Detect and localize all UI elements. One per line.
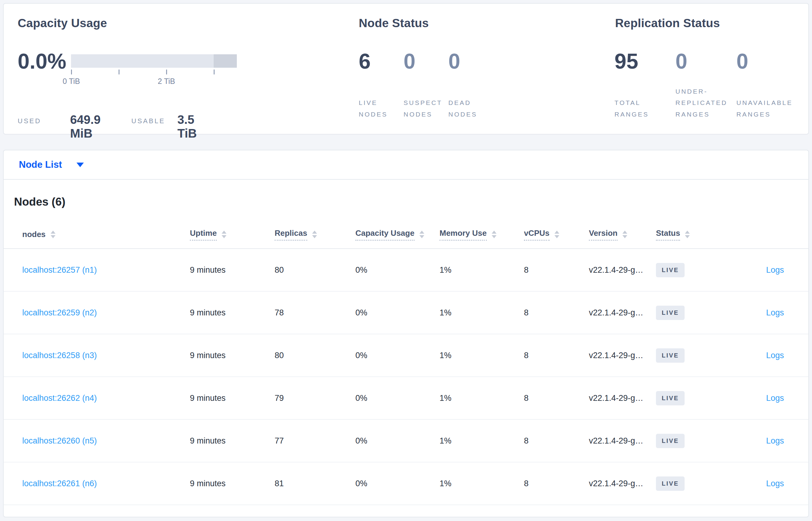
replication-status-title: Replication Status xyxy=(615,17,720,30)
table-row: localhost:26257 (n1) 9 minutes 80 0% 1% … xyxy=(4,249,808,291)
column-header-memory-use[interactable]: Memory Use xyxy=(439,221,524,249)
memory-cell: 1% xyxy=(439,377,524,420)
vcpus-cell: 8 xyxy=(524,462,589,505)
under-replicated-ranges-value: 0 xyxy=(675,51,736,72)
chevron-down-icon xyxy=(76,163,84,167)
suspect-nodes-stat: 0 SUSPECT NODES xyxy=(404,51,448,120)
capacity-cell: 0% xyxy=(355,462,439,505)
column-header-status[interactable]: Status xyxy=(656,221,741,249)
logs-link[interactable]: Logs xyxy=(766,436,784,445)
used-value: 649.9 MiB xyxy=(70,113,101,140)
status-badge: LIVE xyxy=(656,391,685,405)
memory-cell: 1% xyxy=(439,249,524,291)
column-header-version[interactable]: Version xyxy=(589,221,656,249)
node-status-stats: 6 LIVE NODES 0 SUSPECT NODES 0 DEAD NODE… xyxy=(359,51,493,120)
live-nodes-label: LIVE NODES xyxy=(359,97,404,120)
replicas-cell: 80 xyxy=(274,249,355,291)
column-header-uptime-label: Uptime xyxy=(190,228,217,241)
logs-link[interactable]: Logs xyxy=(766,351,784,360)
capacity-cell: 0% xyxy=(355,291,439,334)
status-badge: LIVE xyxy=(656,263,685,277)
memory-cell: 1% xyxy=(439,334,524,377)
column-header-uptime[interactable]: Uptime xyxy=(190,221,274,249)
vcpus-cell: 8 xyxy=(524,291,589,334)
column-header-vcpus-label: vCPUs xyxy=(524,228,550,241)
node-link[interactable]: localhost:26262 (n4) xyxy=(22,393,97,403)
column-header-memory-use-label: Memory Use xyxy=(439,228,487,241)
logs-link[interactable]: Logs xyxy=(766,393,784,403)
capacity-axis-tick xyxy=(214,70,215,74)
column-header-capacity-usage[interactable]: Capacity Usage xyxy=(355,221,439,249)
under-replicated-ranges-stat: 0 UNDER-REPLICATED RANGES xyxy=(675,51,736,120)
memory-cell: 1% xyxy=(439,462,524,505)
used-label: USED xyxy=(18,117,41,125)
sort-icon xyxy=(622,231,627,238)
status-badge: LIVE xyxy=(656,305,685,320)
capacity-cell: 0% xyxy=(355,420,439,462)
uptime-cell: 9 minutes xyxy=(190,420,274,462)
version-cell: v22.1.4-29-g… xyxy=(589,249,656,291)
vcpus-cell: 8 xyxy=(524,249,589,291)
node-link[interactable]: localhost:26258 (n3) xyxy=(22,351,97,360)
suspect-nodes-value: 0 xyxy=(404,51,448,72)
vcpus-cell: 8 xyxy=(524,334,589,377)
column-header-status-label: Status xyxy=(656,228,680,241)
view-selector-label[interactable]: Node List xyxy=(19,159,62,170)
node-status-title: Node Status xyxy=(359,17,429,30)
capacity-axis-tick xyxy=(71,70,72,74)
table-row: localhost:26262 (n4) 9 minutes 79 0% 1% … xyxy=(4,377,808,420)
logs-link[interactable]: Logs xyxy=(766,308,784,317)
replicas-cell: 81 xyxy=(274,462,355,505)
memory-cell: 1% xyxy=(439,291,524,334)
total-ranges-label: TOTAL RANGES xyxy=(615,97,675,120)
capacity-axis-label-2: 2 TiB xyxy=(148,77,185,86)
status-badge: LIVE xyxy=(656,476,685,491)
node-link[interactable]: localhost:26261 (n6) xyxy=(22,479,97,488)
replicas-cell: 80 xyxy=(274,334,355,377)
column-header-capacity-usage-label: Capacity Usage xyxy=(355,228,414,241)
capacity-axis-label-0: 0 TiB xyxy=(53,77,90,86)
unavailable-ranges-label: UNAVAILABLE RANGES xyxy=(736,97,797,120)
column-header-nodes[interactable]: nodes xyxy=(4,221,190,249)
memory-cell: 1% xyxy=(439,420,524,462)
node-link[interactable]: localhost:26259 (n2) xyxy=(22,308,97,317)
live-nodes-value: 6 xyxy=(359,51,404,72)
vcpus-cell: 8 xyxy=(524,377,589,420)
total-ranges-stat: 95 TOTAL RANGES xyxy=(615,51,675,120)
capacity-cell: 0% xyxy=(355,377,439,420)
column-header-nodes-label: nodes xyxy=(22,230,46,239)
replicas-cell: 78 xyxy=(274,291,355,334)
logs-link[interactable]: Logs xyxy=(766,479,784,488)
suspect-nodes-label: SUSPECT NODES xyxy=(404,97,448,120)
nodes-table-panel: Nodes (6) nodes Uptime xyxy=(3,179,809,517)
column-header-vcpus[interactable]: vCPUs xyxy=(524,221,589,249)
view-selector-dropdown[interactable]: Node List xyxy=(3,150,809,179)
uptime-cell: 9 minutes xyxy=(190,462,274,505)
replication-status-stats: 95 TOTAL RANGES 0 UNDER-REPLICATED RANGE… xyxy=(615,51,797,120)
table-row: localhost:26258 (n3) 9 minutes 80 0% 1% … xyxy=(4,334,808,377)
sort-icon xyxy=(51,231,55,238)
unavailable-ranges-value: 0 xyxy=(736,51,797,72)
sort-icon xyxy=(685,231,690,238)
dead-nodes-value: 0 xyxy=(448,51,493,72)
nodes-table: nodes Uptime Replicas xyxy=(4,221,808,505)
dead-nodes-stat: 0 DEAD NODES xyxy=(448,51,493,120)
node-link[interactable]: localhost:26260 (n5) xyxy=(22,436,97,445)
column-header-version-label: Version xyxy=(589,228,618,241)
under-replicated-ranges-label: UNDER-REPLICATED RANGES xyxy=(675,86,736,120)
unavailable-ranges-stat: 0 UNAVAILABLE RANGES xyxy=(736,51,797,120)
node-link[interactable]: localhost:26257 (n1) xyxy=(22,265,97,274)
capacity-bar-usable-segment xyxy=(71,54,214,68)
column-header-replicas[interactable]: Replicas xyxy=(274,221,355,249)
capacity-cell: 0% xyxy=(355,334,439,377)
uptime-cell: 9 minutes xyxy=(190,249,274,291)
version-cell: v22.1.4-29-g… xyxy=(589,291,656,334)
logs-link[interactable]: Logs xyxy=(766,265,784,274)
version-cell: v22.1.4-29-g… xyxy=(589,334,656,377)
usable-label: USABLE xyxy=(132,117,165,125)
replicas-cell: 77 xyxy=(274,420,355,462)
nodes-table-title: Nodes (6) xyxy=(4,180,808,208)
table-row: localhost:26260 (n5) 9 minutes 77 0% 1% … xyxy=(4,420,808,462)
version-cell: v22.1.4-29-g… xyxy=(589,462,656,505)
vcpus-cell: 8 xyxy=(524,420,589,462)
